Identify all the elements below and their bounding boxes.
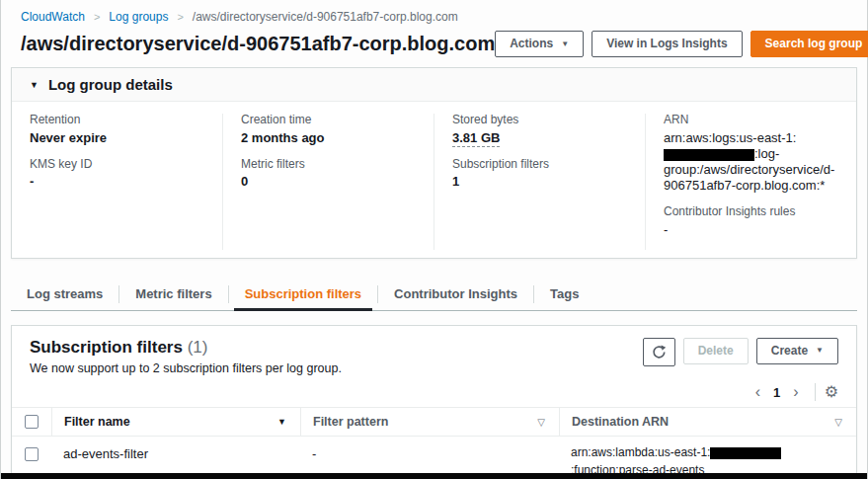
search-log-group-button[interactable]: Search log group (750, 31, 868, 57)
field-label: Retention (30, 114, 204, 127)
filter-pattern-value: - (312, 443, 316, 461)
tab-contributor-insights[interactable]: Contributor Insights (378, 279, 533, 310)
field-label: Stored bytes (452, 114, 627, 127)
filter-triangle-icon: ▽ (537, 417, 545, 428)
pagination-divider (815, 383, 816, 401)
page-header: /aws/directoryservice/d-906751afb7-corp.… (1, 24, 867, 57)
field-value: Never expire (30, 130, 204, 146)
header-actions: Actions ▼ View in Logs Insights Search l… (495, 31, 868, 57)
row-checkbox[interactable] (25, 447, 39, 461)
column-header-destination-arn[interactable]: Destination ARN ▽ (559, 408, 856, 436)
create-button-label: Create (771, 345, 808, 358)
sort-descending-icon: ▼ (277, 417, 286, 427)
field-label: Metric filters (241, 158, 416, 172)
creation-time-field: Creation time 2 months ago (241, 114, 416, 145)
redacted-account-id (710, 447, 781, 459)
settings-gear-icon[interactable]: ⚙ (825, 384, 838, 400)
filter-pattern-cell: - (300, 443, 559, 461)
current-page-number[interactable]: 1 (767, 385, 786, 400)
caret-down-icon: ▼ (816, 347, 824, 355)
stored-bytes-value[interactable]: 3.81 GB (452, 130, 627, 146)
arn-value: arn:aws:logs:us-east-1::log-group:/aws/d… (664, 130, 838, 194)
field-label: KMS key ID (30, 158, 204, 172)
subscription-filters-heading: Subscription filters (1) We now support … (30, 338, 342, 375)
breadcrumb-separator-icon: > (94, 11, 100, 23)
details-column-4: ARN arn:aws:logs:us-east-1::log-group:/a… (645, 114, 856, 250)
breadcrumb: CloudWatch > Log groups > /aws/directory… (1, 0, 867, 24)
pagination: ‹ 1 › ⚙ (12, 375, 856, 407)
kms-key-id-field: KMS key ID - (30, 158, 204, 190)
panel-actions: Delete Create ▼ (643, 338, 838, 375)
details-column-2: Creation time 2 months ago Metric filter… (222, 114, 434, 250)
field-value: 0 (241, 174, 416, 190)
breadcrumb-link-log-groups[interactable]: Log groups (109, 10, 168, 24)
contributor-insights-rules-field: Contributor Insights rules - (664, 205, 838, 238)
details-grid: Retention Never expire KMS key ID - Crea… (12, 102, 856, 258)
retention-field: Retention Never expire (30, 114, 204, 145)
previous-page-button[interactable]: ‹ (749, 384, 767, 400)
actions-button[interactable]: Actions ▼ (495, 31, 584, 57)
search-log-group-label: Search log group (765, 38, 863, 50)
field-value: 3.81 GB (452, 130, 500, 147)
view-logs-insights-button[interactable]: View in Logs Insights (592, 31, 742, 57)
log-group-details-panel: ▼ Log group details Retention Never expi… (11, 67, 857, 259)
field-label: ARN (664, 114, 838, 127)
details-column-1: Retention Never expire KMS key ID - (12, 114, 222, 250)
delete-button[interactable]: Delete (683, 338, 749, 364)
actions-button-label: Actions (510, 38, 553, 50)
create-button[interactable]: Create ▼ (756, 338, 838, 364)
column-header-filter-pattern[interactable]: Filter pattern ▽ (300, 408, 559, 436)
caret-down-icon: ▼ (561, 40, 569, 48)
field-value: - (30, 174, 204, 190)
select-all-checkbox[interactable] (25, 415, 39, 429)
subscription-filters-count-field: Subscription filters 1 (452, 158, 627, 190)
column-label: Filter pattern (313, 415, 388, 429)
subscription-filters-panel: Subscription filters (1) We now support … (11, 325, 857, 479)
field-label: Subscription filters (452, 158, 627, 172)
filter-triangle-icon: ▽ (834, 417, 842, 428)
tab-tags[interactable]: Tags (534, 279, 594, 310)
tab-log-streams[interactable]: Log streams (11, 279, 118, 310)
column-label: Destination ARN (572, 415, 669, 429)
field-label: Creation time (241, 114, 416, 127)
tab-subscription-filters[interactable]: Subscription filters (229, 279, 377, 310)
redacted-account-id (664, 149, 754, 161)
next-page-button[interactable]: › (786, 384, 805, 400)
panel-title-text: Subscription filters (30, 338, 183, 357)
collapse-triangle-icon: ▼ (30, 80, 39, 90)
breadcrumb-current-item: /aws/directoryservice/d-906751afb7-corp.… (193, 10, 458, 24)
screenshot-bottom-edge (1, 473, 867, 479)
row-select-cell (12, 443, 51, 461)
refresh-icon (652, 345, 667, 359)
cloudwatch-log-group-page: CloudWatch > Log groups > /aws/directory… (0, 0, 868, 479)
log-group-tabs: Log streams Metric filters Subscription … (11, 279, 857, 311)
details-column-3: Stored bytes 3.81 GB Subscription filter… (434, 114, 645, 250)
select-all-cell (12, 408, 51, 436)
metric-filters-field: Metric filters 0 (241, 158, 416, 190)
field-label: Contributor Insights rules (664, 205, 838, 219)
view-logs-insights-label: View in Logs Insights (606, 38, 727, 50)
destination-arn-prefix: arn:aws:lambda:us-east-1: (571, 445, 710, 459)
column-header-filter-name[interactable]: Filter name ▼ (51, 408, 300, 436)
arn-prefix: arn:aws:logs:us-east-1: (664, 130, 796, 145)
arn-field: ARN arn:aws:logs:us-east-1::log-group:/a… (664, 114, 838, 194)
stored-bytes-field: Stored bytes 3.81 GB (452, 114, 627, 145)
field-value: 1 (452, 174, 627, 190)
refresh-button[interactable] (643, 338, 675, 366)
panel-title: Subscription filters (1) (30, 338, 342, 358)
field-value: 2 months ago (241, 130, 416, 146)
subscription-filters-header: Subscription filters (1) We now support … (12, 326, 856, 375)
panel-description: We now support up to 2 subscription filt… (30, 361, 342, 375)
tab-metric-filters[interactable]: Metric filters (119, 279, 227, 310)
filter-name-value: ad-events-filter (63, 443, 148, 461)
filter-name-cell: ad-events-filter (51, 443, 300, 461)
breadcrumb-separator-icon: > (177, 11, 183, 23)
column-label: Filter name (64, 415, 130, 429)
log-group-details-header[interactable]: ▼ Log group details (12, 68, 856, 102)
table-header-row: Filter name ▼ Filter pattern ▽ Destinati… (12, 407, 856, 437)
breadcrumb-link-cloudwatch[interactable]: CloudWatch (21, 10, 85, 24)
field-value: - (664, 222, 838, 238)
page-title: /aws/directoryservice/d-906751afb7-corp.… (21, 33, 495, 55)
details-panel-title: Log group details (48, 76, 173, 93)
panel-count-badge: (1) (188, 338, 208, 357)
